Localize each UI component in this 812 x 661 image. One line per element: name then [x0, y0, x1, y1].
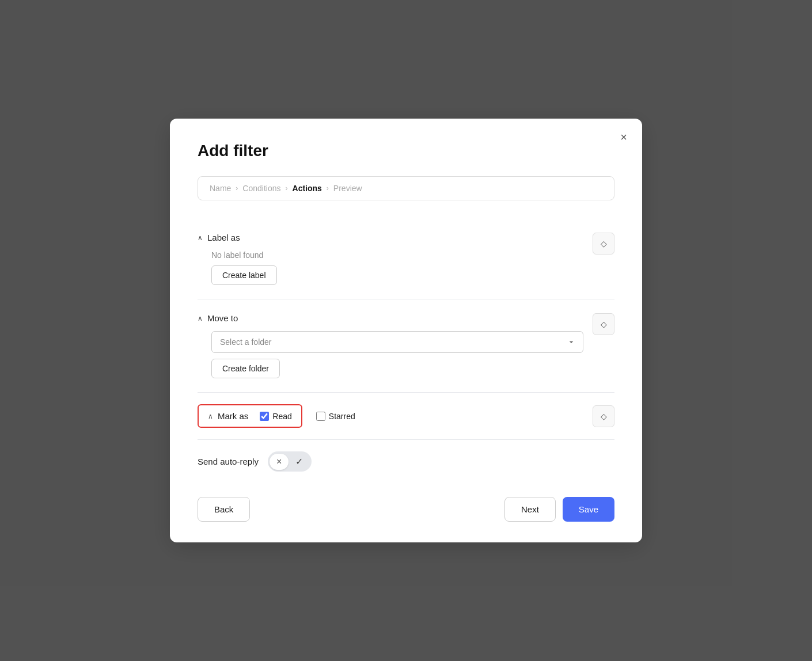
starred-checkbox[interactable]	[316, 412, 325, 421]
auto-reply-label: Send auto-reply	[198, 457, 259, 466]
breadcrumb-conditions[interactable]: Conditions	[242, 184, 280, 193]
add-filter-dialog: × Add filter Name › Conditions › Actions…	[170, 119, 642, 542]
starred-label: Starred	[329, 412, 355, 421]
breadcrumb-name[interactable]: Name	[210, 184, 231, 193]
close-button[interactable]: ×	[616, 129, 632, 145]
auto-reply-toggle[interactable]: × ✓	[268, 451, 312, 472]
mark-as-erase-button[interactable]: ◇	[593, 405, 614, 427]
toggle-on-button[interactable]: ✓	[289, 453, 310, 470]
back-button[interactable]: Back	[198, 497, 250, 522]
label-as-chevron[interactable]: ∧	[198, 234, 203, 242]
breadcrumb-sep-1: ›	[236, 184, 238, 192]
auto-reply-section: Send auto-reply × ✓	[198, 440, 614, 476]
starred-checkbox-item: Starred	[316, 412, 355, 421]
mark-as-chevron[interactable]: ∧	[208, 412, 213, 420]
breadcrumb: Name › Conditions › Actions › Preview	[198, 176, 614, 200]
read-checkbox[interactable]	[260, 412, 269, 421]
mark-as-label: Mark as	[218, 411, 248, 421]
mark-as-highlighted: ∧ Mark as Read	[198, 404, 302, 428]
move-to-header: ∧ Move to	[198, 313, 583, 323]
dialog-title: Add filter	[198, 142, 614, 160]
next-button[interactable]: Next	[504, 497, 556, 522]
toggle-off-button[interactable]: ×	[270, 454, 289, 470]
mark-as-erase-icon: ◇	[601, 412, 607, 421]
move-to-erase-button[interactable]: ◇	[593, 313, 614, 335]
erase-icon: ◇	[601, 239, 607, 248]
create-label-button[interactable]: Create label	[211, 265, 277, 285]
move-to-section: ∧ Move to Select a folder Create folder …	[198, 299, 614, 393]
folder-select[interactable]: Select a folder	[211, 331, 583, 353]
dialog-footer: Back Next Save	[198, 492, 614, 522]
label-as-erase-button[interactable]: ◇	[593, 233, 614, 254]
move-to-chevron[interactable]: ∧	[198, 314, 203, 322]
label-as-header: ∧ Label as	[198, 233, 583, 242]
move-to-erase-icon: ◇	[601, 320, 607, 329]
breadcrumb-sep-2: ›	[286, 184, 288, 192]
breadcrumb-preview[interactable]: Preview	[333, 184, 362, 193]
label-as-section: ∧ Label as No label found Create label ◇	[198, 219, 614, 299]
read-label: Read	[272, 412, 291, 421]
no-label-text: No label found	[211, 250, 583, 260]
label-as-label: Label as	[207, 233, 240, 242]
save-button[interactable]: Save	[563, 497, 614, 522]
breadcrumb-actions[interactable]: Actions	[293, 184, 322, 193]
move-to-label: Move to	[207, 313, 238, 323]
breadcrumb-sep-3: ›	[327, 184, 329, 192]
create-folder-button[interactable]: Create folder	[211, 359, 280, 378]
mark-as-section: ∧ Mark as Read Starred ◇	[198, 393, 614, 440]
